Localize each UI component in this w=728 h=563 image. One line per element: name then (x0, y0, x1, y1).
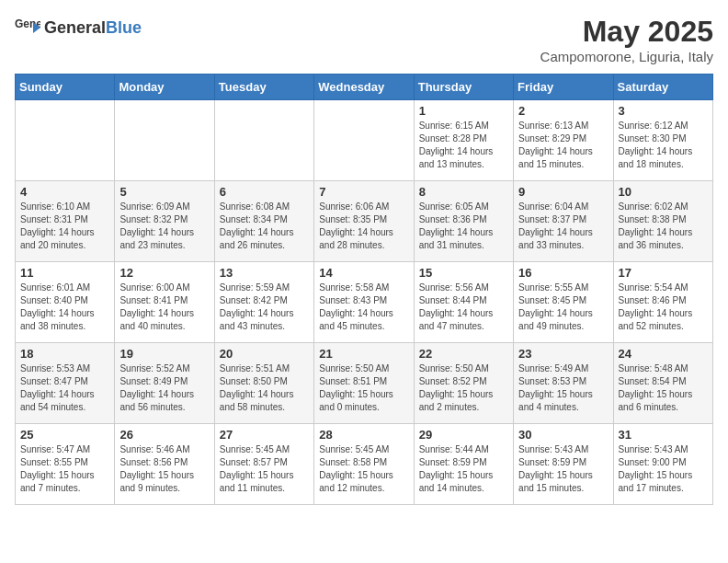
day-number: 1 (419, 104, 508, 118)
calendar-cell: 28Sunrise: 5:45 AM Sunset: 8:58 PM Dayli… (314, 424, 414, 505)
day-number: 8 (419, 185, 508, 199)
day-info: Sunrise: 5:54 AM Sunset: 8:46 PM Dayligh… (619, 282, 708, 333)
calendar-week-row: 4Sunrise: 6:10 AM Sunset: 8:31 PM Daylig… (16, 181, 713, 262)
calendar-cell: 8Sunrise: 6:05 AM Sunset: 8:36 PM Daylig… (414, 181, 513, 262)
day-number: 31 (619, 428, 708, 442)
calendar-week-row: 1Sunrise: 6:15 AM Sunset: 8:28 PM Daylig… (16, 100, 713, 181)
day-info: Sunrise: 5:45 AM Sunset: 8:57 PM Dayligh… (220, 443, 309, 495)
logo-icon: General (15, 15, 40, 40)
calendar-cell: 7Sunrise: 6:06 AM Sunset: 8:35 PM Daylig… (314, 181, 414, 262)
day-number: 5 (119, 185, 209, 199)
day-of-week-header: Tuesday (214, 75, 313, 100)
day-number: 24 (619, 347, 708, 361)
calendar-cell: 27Sunrise: 5:45 AM Sunset: 8:57 PM Dayli… (214, 424, 313, 505)
calendar-body: 1Sunrise: 6:15 AM Sunset: 8:28 PM Daylig… (16, 100, 713, 505)
day-number: 9 (518, 185, 608, 199)
day-number: 11 (20, 266, 109, 280)
day-info: Sunrise: 5:50 AM Sunset: 8:52 PM Dayligh… (419, 362, 508, 414)
day-number: 27 (220, 428, 309, 442)
header: General GeneralBlue May 2025 Campomorone… (15, 15, 713, 64)
calendar-cell (16, 100, 115, 181)
day-of-week-header: Thursday (414, 75, 513, 100)
day-number: 20 (220, 347, 309, 361)
day-number: 12 (119, 266, 209, 280)
day-info: Sunrise: 5:49 AM Sunset: 8:53 PM Dayligh… (518, 362, 608, 414)
day-info: Sunrise: 6:05 AM Sunset: 8:36 PM Dayligh… (419, 201, 508, 252)
day-number: 15 (419, 266, 508, 280)
calendar-cell: 6Sunrise: 6:08 AM Sunset: 8:34 PM Daylig… (214, 181, 313, 262)
logo-blue: Blue (106, 18, 142, 37)
day-info: Sunrise: 5:51 AM Sunset: 8:50 PM Dayligh… (220, 362, 309, 414)
calendar-cell: 12Sunrise: 6:00 AM Sunset: 8:41 PM Dayli… (115, 262, 214, 343)
calendar-cell: 3Sunrise: 6:12 AM Sunset: 8:30 PM Daylig… (613, 100, 712, 181)
calendar-cell (314, 100, 414, 181)
day-number: 30 (518, 428, 608, 442)
day-number: 21 (319, 347, 408, 361)
day-number: 23 (518, 347, 608, 361)
day-info: Sunrise: 6:12 AM Sunset: 8:30 PM Dayligh… (619, 120, 708, 171)
calendar-cell: 23Sunrise: 5:49 AM Sunset: 8:53 PM Dayli… (514, 343, 613, 424)
day-number: 17 (619, 266, 708, 280)
calendar-cell: 14Sunrise: 5:58 AM Sunset: 8:43 PM Dayli… (314, 262, 414, 343)
day-number: 26 (119, 428, 209, 442)
day-number: 16 (518, 266, 608, 280)
day-number: 19 (119, 347, 209, 361)
day-info: Sunrise: 6:00 AM Sunset: 8:41 PM Dayligh… (119, 282, 209, 333)
day-info: Sunrise: 6:08 AM Sunset: 8:34 PM Dayligh… (220, 201, 309, 252)
calendar-cell: 9Sunrise: 6:04 AM Sunset: 8:37 PM Daylig… (514, 181, 613, 262)
day-number: 13 (220, 266, 309, 280)
calendar-cell: 21Sunrise: 5:50 AM Sunset: 8:51 PM Dayli… (314, 343, 414, 424)
calendar-cell: 13Sunrise: 5:59 AM Sunset: 8:42 PM Dayli… (214, 262, 313, 343)
calendar-cell: 22Sunrise: 5:50 AM Sunset: 8:52 PM Dayli… (414, 343, 513, 424)
calendar-cell: 18Sunrise: 5:53 AM Sunset: 8:47 PM Dayli… (16, 343, 115, 424)
day-info: Sunrise: 6:13 AM Sunset: 8:29 PM Dayligh… (518, 120, 608, 171)
calendar-cell: 17Sunrise: 5:54 AM Sunset: 8:46 PM Dayli… (613, 262, 712, 343)
calendar-cell: 10Sunrise: 6:02 AM Sunset: 8:38 PM Dayli… (613, 181, 712, 262)
day-info: Sunrise: 5:55 AM Sunset: 8:45 PM Dayligh… (518, 282, 608, 333)
calendar-week-row: 11Sunrise: 6:01 AM Sunset: 8:40 PM Dayli… (16, 262, 713, 343)
day-info: Sunrise: 6:01 AM Sunset: 8:40 PM Dayligh… (20, 282, 109, 333)
calendar-cell: 24Sunrise: 5:48 AM Sunset: 8:54 PM Dayli… (613, 343, 712, 424)
day-info: Sunrise: 6:09 AM Sunset: 8:32 PM Dayligh… (119, 201, 209, 252)
calendar-cell: 20Sunrise: 5:51 AM Sunset: 8:50 PM Dayli… (214, 343, 313, 424)
day-info: Sunrise: 5:46 AM Sunset: 8:56 PM Dayligh… (119, 443, 209, 495)
calendar-cell: 26Sunrise: 5:46 AM Sunset: 8:56 PM Dayli… (115, 424, 214, 505)
calendar-cell: 15Sunrise: 5:56 AM Sunset: 8:44 PM Dayli… (414, 262, 513, 343)
day-of-week-header: Monday (115, 75, 214, 100)
day-of-week-header: Sunday (16, 75, 115, 100)
calendar-cell: 4Sunrise: 6:10 AM Sunset: 8:31 PM Daylig… (16, 181, 115, 262)
day-info: Sunrise: 5:48 AM Sunset: 8:54 PM Dayligh… (619, 362, 708, 414)
day-number: 22 (419, 347, 508, 361)
calendar-cell: 16Sunrise: 5:55 AM Sunset: 8:45 PM Dayli… (514, 262, 613, 343)
day-info: Sunrise: 6:10 AM Sunset: 8:31 PM Dayligh… (20, 201, 109, 252)
logo: General GeneralBlue (15, 15, 142, 40)
day-info: Sunrise: 6:02 AM Sunset: 8:38 PM Dayligh… (619, 201, 708, 252)
calendar-cell: 2Sunrise: 6:13 AM Sunset: 8:29 PM Daylig… (514, 100, 613, 181)
day-number: 4 (20, 185, 109, 199)
day-info: Sunrise: 5:52 AM Sunset: 8:49 PM Dayligh… (119, 362, 209, 414)
day-info: Sunrise: 5:59 AM Sunset: 8:42 PM Dayligh… (220, 282, 309, 333)
calendar-week-row: 18Sunrise: 5:53 AM Sunset: 8:47 PM Dayli… (16, 343, 713, 424)
day-info: Sunrise: 5:58 AM Sunset: 8:43 PM Dayligh… (319, 282, 408, 333)
day-number: 28 (319, 428, 408, 442)
day-info: Sunrise: 5:43 AM Sunset: 8:59 PM Dayligh… (518, 443, 608, 495)
day-info: Sunrise: 6:15 AM Sunset: 8:28 PM Dayligh… (419, 120, 508, 171)
calendar-table: SundayMondayTuesdayWednesdayThursdayFrid… (15, 74, 713, 505)
day-info: Sunrise: 5:45 AM Sunset: 8:58 PM Dayligh… (319, 443, 408, 495)
day-number: 2 (518, 104, 608, 118)
logo-text: GeneralBlue (44, 18, 142, 38)
day-number: 18 (20, 347, 109, 361)
day-info: Sunrise: 6:04 AM Sunset: 8:37 PM Dayligh… (518, 201, 608, 252)
calendar-cell: 29Sunrise: 5:44 AM Sunset: 8:59 PM Dayli… (414, 424, 513, 505)
calendar-cell: 30Sunrise: 5:43 AM Sunset: 8:59 PM Dayli… (514, 424, 613, 505)
day-number: 14 (319, 266, 408, 280)
logo-general: General (44, 18, 106, 37)
day-info: Sunrise: 5:44 AM Sunset: 8:59 PM Dayligh… (419, 443, 508, 495)
header-row: SundayMondayTuesdayWednesdayThursdayFrid… (16, 75, 713, 100)
day-info: Sunrise: 5:56 AM Sunset: 8:44 PM Dayligh… (419, 282, 508, 333)
calendar-cell: 19Sunrise: 5:52 AM Sunset: 8:49 PM Dayli… (115, 343, 214, 424)
day-of-week-header: Friday (514, 75, 613, 100)
month-title: May 2025 (540, 15, 713, 49)
day-of-week-header: Wednesday (314, 75, 414, 100)
day-info: Sunrise: 6:06 AM Sunset: 8:35 PM Dayligh… (319, 201, 408, 252)
